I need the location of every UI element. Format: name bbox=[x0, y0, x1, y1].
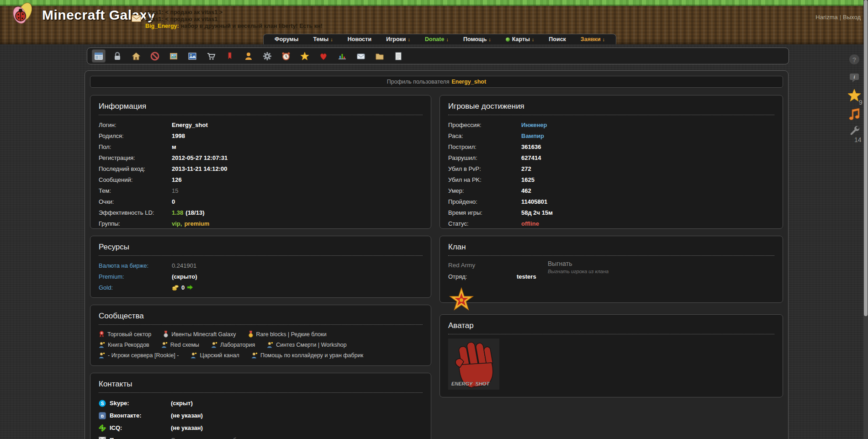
table-row: Пол:м bbox=[99, 141, 423, 152]
status-badge: offline bbox=[521, 220, 539, 227]
gear-icon[interactable] bbox=[260, 49, 274, 63]
table-row: Группы:vip,premium bbox=[99, 218, 423, 229]
community-label: Царский канал bbox=[200, 352, 239, 359]
field-label: Убил в PvP: bbox=[448, 165, 521, 172]
notes-icon[interactable] bbox=[392, 49, 405, 63]
mail-icon[interactable] bbox=[354, 49, 368, 63]
nav-item-topics[interactable]: Темы↓ bbox=[306, 36, 340, 42]
community-link[interactable]: Синтез Смерти | Workshop bbox=[267, 342, 347, 348]
premium-link[interactable]: Premium: bbox=[99, 273, 172, 280]
transfer-arrow-icon[interactable] bbox=[187, 285, 193, 290]
table-row: Тем:15 bbox=[99, 185, 423, 196]
field-label: Пол: bbox=[99, 143, 172, 150]
kick-player-link[interactable]: Выгнать bbox=[548, 260, 609, 267]
announcement-author: vitas1: bbox=[145, 16, 164, 22]
folder-icon[interactable] bbox=[373, 49, 386, 63]
alarm-clock-icon[interactable] bbox=[279, 49, 293, 63]
profile-username-link[interactable]: Energy_shot bbox=[451, 79, 486, 85]
announcement-line[interactable]: vitas1:< продаю ак vitas1 bbox=[145, 16, 323, 23]
community-link[interactable]: - Игроки сервера [Rookie] - bbox=[99, 352, 179, 359]
field-label: Очки: bbox=[99, 198, 172, 205]
nav-label: Помощь bbox=[463, 36, 487, 42]
logout-link[interactable]: Выход bbox=[843, 14, 861, 21]
community-link[interactable]: Ивенты Minecraft Galaxy bbox=[163, 331, 236, 338]
field-label: Сообщений: bbox=[99, 176, 172, 183]
field-value: 58д 2ч 15м bbox=[521, 209, 553, 216]
exchange-currency-link[interactable]: Валюта на бирже: bbox=[99, 262, 172, 269]
block-icon[interactable] bbox=[148, 49, 162, 63]
home-icon[interactable] bbox=[129, 49, 143, 63]
race-link[interactable]: Вампир bbox=[521, 132, 544, 139]
nav-item-maps[interactable]: Карты↓ bbox=[498, 36, 542, 42]
communities-row: - Игроки сервера [Rookie] - Царский кана… bbox=[99, 350, 423, 360]
field-value: 2013-11-21 14:12:00 bbox=[172, 165, 227, 172]
music-icon[interactable] bbox=[847, 107, 862, 124]
user-icon[interactable] bbox=[242, 49, 255, 63]
table-row: Сообщений:126 bbox=[99, 174, 423, 185]
community-link[interactable]: Книга Рекордов bbox=[99, 342, 149, 348]
field-value: 1625 bbox=[521, 176, 535, 183]
screenshot-icon[interactable] bbox=[185, 49, 199, 63]
avatar-box: Аватар ENERGY_SHOT bbox=[439, 314, 783, 397]
map-bullet-icon bbox=[506, 37, 510, 42]
clan-name-link[interactable]: Red Army bbox=[448, 260, 774, 271]
scrollbar-thumb[interactable] bbox=[864, 0, 868, 316]
nav-item-players[interactable]: Игроки↓ bbox=[379, 36, 418, 42]
clan-logo-star-icon[interactable] bbox=[448, 286, 774, 314]
grass-texture bbox=[0, 0, 868, 6]
announcement-line[interactable]: vitas1:< продаю ак vitas1 > bbox=[145, 9, 323, 16]
community-link[interactable]: Торговый сектор bbox=[99, 331, 151, 338]
profession-link[interactable]: Инженер bbox=[521, 122, 547, 128]
avatar[interactable]: ENERGY_SHOT bbox=[448, 339, 774, 391]
table-row: Валюта на бирже:0.241901 bbox=[99, 260, 423, 271]
site-logo-icon[interactable] bbox=[10, 2, 34, 28]
nav-item-forums[interactable]: Форумы bbox=[267, 36, 306, 42]
contacts-box: Контакты S Skype: (скрыт) В Вконтакте: (… bbox=[90, 373, 431, 439]
page-title-prefix: Профиль пользователя bbox=[387, 79, 450, 85]
svg-text:?: ? bbox=[852, 56, 856, 63]
chevron-down-icon: ↓ bbox=[408, 37, 411, 42]
communities-box-title: Сообщества bbox=[99, 310, 423, 325]
star-icon[interactable] bbox=[298, 49, 312, 63]
info-icon[interactable]: i bbox=[848, 71, 861, 86]
heart-icon[interactable] bbox=[317, 49, 330, 63]
field-value: 1.38 bbox=[172, 209, 183, 216]
chart-icon[interactable] bbox=[335, 49, 349, 63]
nav-label: Карты bbox=[512, 36, 530, 42]
lock-icon[interactable] bbox=[111, 49, 124, 63]
community-link[interactable]: Лаборатория bbox=[211, 342, 255, 348]
cart-icon[interactable] bbox=[204, 49, 218, 63]
picture-frame-icon[interactable] bbox=[167, 49, 180, 63]
group-premium-link[interactable]: premium bbox=[184, 220, 209, 227]
group-vip-link[interactable]: vip, bbox=[172, 220, 182, 227]
achievements-box: Игровые достижения Профессия:Инженер Рас… bbox=[439, 95, 783, 229]
scrollbar[interactable] bbox=[863, 0, 868, 439]
send-private-message-link[interactable]: Отправить личное сообщение bbox=[171, 437, 254, 439]
help-icon[interactable]: ? bbox=[848, 53, 861, 68]
profile-icon[interactable] bbox=[92, 49, 106, 63]
nav-item-requests[interactable]: Заявки↓ bbox=[573, 36, 612, 42]
community-link[interactable]: Царский канал bbox=[191, 352, 239, 359]
medal-gold-icon bbox=[248, 331, 254, 338]
community-link[interactable]: Помощь по коллайдеру и уран фабрик bbox=[251, 352, 363, 359]
announcements: vitas1:< продаю ак vitas1 > vitas1:< про… bbox=[145, 9, 323, 30]
current-user-link[interactable]: Harizma bbox=[815, 14, 837, 21]
announcement-line[interactable]: Big_Energy:набор в дружный и веселый кла… bbox=[145, 23, 323, 30]
nav-item-news[interactable]: Новости bbox=[340, 36, 379, 42]
table-row: Последний вход:2013-11-21 14:12:00 bbox=[99, 163, 423, 174]
member-icon bbox=[211, 342, 217, 348]
field-value: 2012-05-27 12:07:31 bbox=[172, 154, 228, 161]
nav-item-help[interactable]: Помощь↓ bbox=[456, 36, 498, 42]
announcement-text: набор в дружный и веселый клан liberty! … bbox=[181, 23, 323, 29]
community-link[interactable]: Rare blocks | Редкие блоки bbox=[248, 331, 327, 338]
nav-item-donate[interactable]: Donate↓ bbox=[418, 36, 456, 42]
nav-label: Темы bbox=[313, 36, 328, 42]
medal-ribbon-icon[interactable] bbox=[223, 49, 237, 63]
field-value: 15 bbox=[172, 187, 178, 194]
field-label: ICQ: bbox=[110, 424, 171, 431]
gold-link[interactable]: Gold: bbox=[99, 284, 172, 291]
nav-item-search[interactable]: Поиск bbox=[541, 36, 573, 42]
star-badge-count: 9 bbox=[859, 99, 863, 106]
skype-icon: S bbox=[99, 400, 106, 407]
community-link[interactable]: Red схемы bbox=[161, 342, 199, 348]
